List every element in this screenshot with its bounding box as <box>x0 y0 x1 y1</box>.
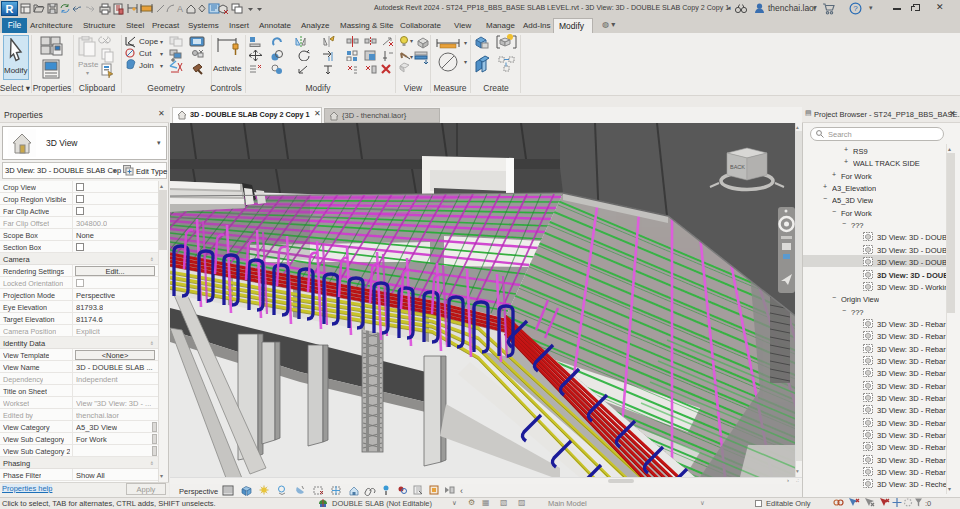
svg-text:?: ? <box>853 4 858 13</box>
svg-text:A: A <box>177 4 183 14</box>
svg-text:BACK: BACK <box>730 164 745 170</box>
svg-text:‹: ‹ <box>460 486 463 496</box>
